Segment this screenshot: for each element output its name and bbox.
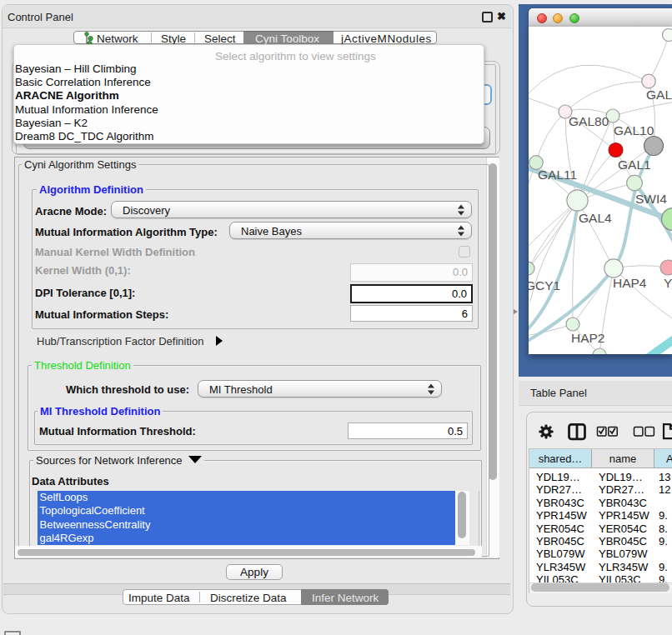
svg-text:GAL11: GAL11 (538, 168, 577, 182)
svg-text:GCY1: GCY1 (529, 278, 560, 292)
svg-text:SWI4: SWI4 (635, 192, 667, 206)
svg-text:HAP2: HAP2 (571, 331, 605, 345)
svg-text:GAL: GAL (646, 88, 672, 102)
svg-text:HAP4: HAP4 (613, 276, 647, 290)
svg-text:Y: Y (664, 276, 672, 290)
svg-text:GAL80: GAL80 (569, 114, 609, 128)
svg-text:GAL10: GAL10 (614, 123, 654, 138)
svg-text:GAL4: GAL4 (579, 211, 612, 225)
svg-text:GAL1: GAL1 (618, 158, 651, 172)
